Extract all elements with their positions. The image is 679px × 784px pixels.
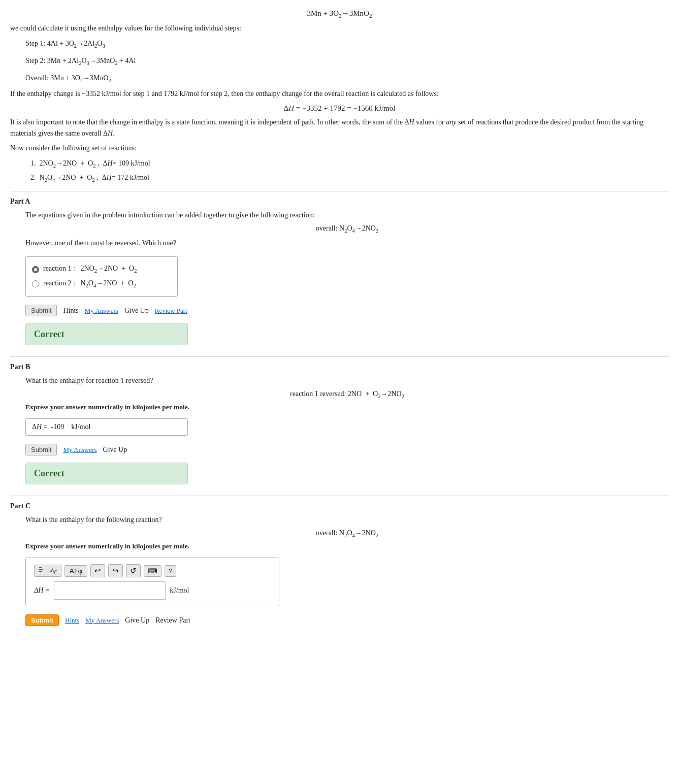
reset-icon: ↺ bbox=[130, 566, 137, 575]
divider-a bbox=[10, 191, 669, 191]
part-b-body: What is the enthalpy for reaction 1 reve… bbox=[25, 375, 669, 487]
part-c-my-answers-button[interactable]: My Answers bbox=[85, 616, 119, 625]
undo-icon: ↩ bbox=[94, 566, 101, 575]
part-b-submit-button[interactable]: Submit bbox=[25, 444, 57, 455]
main-reaction-header: 3Mn + 3O2→3MnO2 bbox=[10, 9, 669, 19]
part-c-section: Part C What is the enthalpy for the foll… bbox=[10, 502, 669, 626]
part-a-review-part-button[interactable]: Review Part bbox=[155, 307, 187, 315]
reaction1-option[interactable]: reaction 1 : 2NO2→2NO + O2 bbox=[32, 263, 171, 276]
reaction-1: 1. 2NO2→2NO + O2 , ΔH= 109 kJ/mol bbox=[30, 157, 669, 171]
keyboard-button[interactable]: ⌨ bbox=[144, 565, 161, 577]
svg-rect-0 bbox=[39, 567, 42, 568]
part-a-btn-bar: Submit Hints My Answers Give Up Review P… bbox=[25, 305, 669, 316]
delta-h-label: ΔH = bbox=[34, 586, 50, 595]
undo-button[interactable]: ↩ bbox=[90, 564, 105, 577]
reaction2-option[interactable]: reaction 2 : N2O4→2NO + O2 bbox=[32, 278, 171, 290]
part-c-input-box: ΑΣφ ↩ ↪ ↺ ⌨ ? bbox=[25, 558, 279, 606]
svg-rect-1 bbox=[39, 569, 43, 570]
svg-rect-2 bbox=[39, 571, 42, 572]
part-c-input-row: ΔH = kJ/mol bbox=[34, 581, 271, 600]
part-c-question: What is the enthalpy for the following r… bbox=[25, 514, 669, 525]
redo-icon: ↪ bbox=[112, 566, 119, 575]
part-b-correct-box: Correct bbox=[25, 463, 188, 484]
redo-button[interactable]: ↪ bbox=[108, 564, 123, 577]
part-b-question: What is the enthalpy for reaction 1 reve… bbox=[25, 375, 669, 386]
reaction2-radio[interactable] bbox=[32, 280, 39, 287]
part-a-question: The equations given in the problem intro… bbox=[25, 210, 669, 220]
reaction2-label: reaction 2 : N2O4→2NO + O2 bbox=[43, 278, 136, 290]
part-b-give-up-label: Give Up bbox=[103, 446, 127, 454]
divider-c bbox=[10, 496, 669, 496]
kj-mol-label: kJ/mol bbox=[170, 586, 189, 595]
enthalpy-explanation: If the enthalpy change is −3352 kJ/mol f… bbox=[10, 88, 669, 100]
reaction-2: 2. N2O4→2NO + O2 , ΔH= 172 kJ/mol bbox=[30, 171, 669, 185]
overall-text: Overall: 3Mn + 3O2→3MnO2 bbox=[25, 72, 669, 86]
part-a-section: Part A The equations given in the proble… bbox=[10, 198, 669, 348]
step1-text: Step 1: 4Al + 3O2→2Al2O3 bbox=[25, 37, 669, 51]
part-a-my-answers-button[interactable]: My Answers bbox=[85, 307, 118, 315]
part-a-options-box: reaction 1 : 2NO2→2NO + O2 reaction 2 : … bbox=[25, 256, 178, 297]
part-b-section: Part B What is the enthalpy for reaction… bbox=[10, 363, 669, 487]
part-c-overall: overall: N2O4→2NO2 bbox=[25, 529, 669, 538]
fraction-button[interactable] bbox=[34, 565, 61, 577]
divider-b bbox=[10, 356, 669, 357]
part-c-answer-input[interactable] bbox=[54, 581, 166, 600]
part-a-give-up-label: Give Up bbox=[124, 307, 149, 315]
part-c-submit-button[interactable]: Submit bbox=[25, 614, 59, 626]
help-button[interactable]: ? bbox=[165, 565, 176, 577]
part-b-correct-text: Correct bbox=[34, 468, 64, 478]
reaction1-radio[interactable] bbox=[32, 266, 39, 273]
part-b-my-answers-button[interactable]: My Answers bbox=[63, 446, 96, 454]
keyboard-icon: ⌨ bbox=[148, 567, 157, 575]
part-b-title: Part B bbox=[10, 363, 669, 371]
reset-button[interactable]: ↺ bbox=[126, 564, 141, 577]
part-c-hints-button[interactable]: Hints bbox=[65, 616, 79, 625]
state-function-text: It is also important to note that the ch… bbox=[10, 117, 669, 140]
part-c-express-label: Express your answer numerically in kiloj… bbox=[25, 542, 669, 550]
part-c-title: Part C bbox=[10, 502, 669, 510]
part-b-btn-bar: Submit My Answers Give Up bbox=[25, 444, 669, 455]
part-b-express-label: Express your answer numerically in kiloj… bbox=[25, 403, 669, 411]
part-c-give-up-label: Give Up bbox=[125, 616, 149, 625]
part-c-body: What is the enthalpy for the following r… bbox=[25, 514, 669, 626]
part-a-title: Part A bbox=[10, 198, 669, 206]
part-b-reaction: reaction 1 reversed: 2NO + O2→2NO2 bbox=[25, 390, 669, 399]
part-a-submit-button[interactable]: Submit bbox=[25, 305, 57, 316]
sqrt-icon bbox=[49, 567, 57, 575]
part-a-hints-label: Hints bbox=[63, 307, 78, 315]
consider-text: Now consider the following set of reacti… bbox=[10, 143, 669, 154]
part-a-correct-box: Correct bbox=[25, 323, 188, 345]
part-a-correct-text: Correct bbox=[34, 329, 64, 339]
part-a-subquestion: However, one of them must be reversed. W… bbox=[25, 238, 669, 248]
intro-text: we could calculate it using the enthalpy… bbox=[10, 23, 669, 34]
part-a-body: The equations given in the problem intro… bbox=[25, 210, 669, 348]
reactions-list: 1. 2NO2→2NO + O2 , ΔH= 109 kJ/mol 2. N2O… bbox=[30, 157, 669, 185]
step2-text: Step 2: 3Mn + 2Al2O3→3MnO2 + 4Al bbox=[25, 54, 669, 69]
enthalpy-calc: ΔH = −3352 + 1792 = −1560 kJ/mol bbox=[10, 104, 669, 113]
part-b-answer-box: ΔH = -109 kJ/mol bbox=[25, 418, 188, 436]
part-c-review-part-label: Review Part bbox=[155, 616, 190, 625]
part-a-overall: overall: N2O4→2NO2 bbox=[25, 224, 669, 234]
fraction-icon bbox=[38, 567, 48, 575]
help-icon: ? bbox=[169, 567, 172, 575]
part-c-toolbar: ΑΣφ ↩ ↪ ↺ ⌨ ? bbox=[34, 564, 271, 577]
reaction1-label: reaction 1 : 2NO2→2NO + O2 bbox=[43, 263, 137, 276]
greek-button[interactable]: ΑΣφ bbox=[64, 565, 87, 577]
part-c-btn-bar: Submit Hints My Answers Give Up Review P… bbox=[25, 614, 669, 626]
